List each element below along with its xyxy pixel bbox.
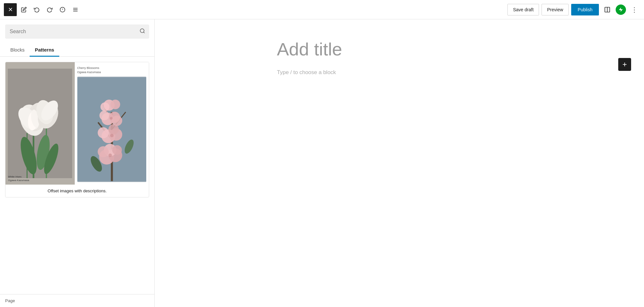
search-area	[0, 19, 154, 44]
svg-point-46	[110, 100, 120, 109]
tab-patterns[interactable]: Patterns	[30, 44, 59, 57]
pattern-left-image: White Irises Ogawa Kazumasa	[5, 62, 75, 185]
add-block-button[interactable]: +	[618, 58, 631, 71]
search-input[interactable]	[5, 24, 149, 39]
undo-button[interactable]	[31, 4, 43, 15]
sidebar: Blocks Patterns	[0, 19, 155, 307]
svg-point-50	[110, 117, 112, 120]
svg-point-36	[112, 145, 122, 155]
layout-icon	[604, 6, 610, 13]
editor-content: Add title Type / to choose a block	[264, 39, 535, 76]
layout-button[interactable]	[601, 4, 613, 15]
sidebar-footer: Page	[0, 294, 154, 307]
toolbar-left: ✕	[4, 3, 507, 16]
save-draft-button[interactable]: Save draft	[507, 4, 539, 15]
pattern-right: Cherry Blossoms Ogawa Kazumasa	[75, 62, 149, 185]
pattern-left-caption: White Irises Ogawa Kazumasa	[8, 175, 29, 182]
undo-icon	[34, 7, 40, 13]
edit-button[interactable]	[18, 4, 30, 15]
sidebar-content: White Irises Ogawa Kazumasa Cherry Bloss…	[0, 57, 154, 294]
publish-button[interactable]: Publish	[571, 4, 599, 15]
pattern-caption: Offset images with descriptions.	[5, 185, 149, 197]
search-wrapper	[5, 24, 149, 39]
bolt-icon	[618, 7, 623, 12]
pattern-right-image	[77, 77, 147, 182]
svg-point-44	[112, 116, 122, 126]
svg-line-9	[143, 32, 144, 33]
title-input[interactable]: Add title	[277, 39, 522, 60]
tabs-row: Blocks Patterns	[0, 44, 154, 57]
list-view-button[interactable]	[70, 4, 81, 15]
list-icon	[72, 7, 78, 13]
svg-point-49	[110, 134, 113, 138]
tab-blocks[interactable]: Blocks	[5, 44, 30, 57]
svg-point-48	[108, 154, 112, 157]
close-button[interactable]: ✕	[4, 3, 17, 16]
pattern-images: White Irises Ogawa Kazumasa Cherry Bloss…	[5, 62, 149, 185]
more-options-button[interactable]: ⋮	[629, 4, 640, 15]
iris-svg	[8, 69, 72, 178]
redo-button[interactable]	[44, 4, 55, 15]
search-icon	[139, 28, 145, 35]
info-button[interactable]	[57, 4, 68, 15]
cherry-blossom-svg	[77, 77, 147, 182]
preview-button[interactable]: Preview	[542, 4, 569, 15]
main-layout: Blocks Patterns	[0, 19, 644, 307]
pattern-right-top: Cherry Blossoms Ogawa Kazumasa	[77, 65, 147, 77]
redo-icon	[47, 7, 53, 13]
wp-icon[interactable]	[616, 5, 626, 15]
editor-area[interactable]: Add title Type / to choose a block +	[155, 19, 644, 307]
block-placeholder[interactable]: Type / to choose a block	[277, 69, 522, 76]
svg-point-35	[98, 146, 109, 157]
info-icon	[60, 7, 65, 13]
pattern-card[interactable]: White Irises Ogawa Kazumasa Cherry Bloss…	[5, 62, 149, 197]
svg-point-43	[99, 111, 109, 120]
edit-icon	[21, 7, 27, 13]
toolbar-right: Save draft Preview Publish ⋮	[507, 4, 640, 15]
svg-point-39	[98, 127, 109, 138]
svg-point-8	[140, 29, 144, 33]
toolbar: ✕	[0, 0, 644, 19]
svg-point-47	[100, 102, 109, 111]
